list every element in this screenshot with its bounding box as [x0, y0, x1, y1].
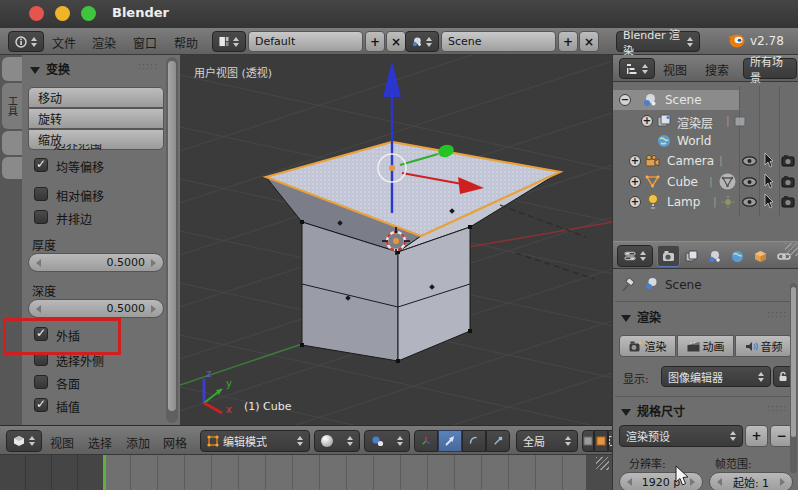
viewport-3d[interactable]	[180, 55, 618, 425]
move-button[interactable]: 移动	[28, 87, 164, 108]
pin-icon[interactable]	[621, 277, 637, 293]
render-engine-dropdown[interactable]: Blender 渲染	[616, 31, 700, 52]
mesh-data-icon[interactable]	[719, 173, 736, 190]
outliner-menu-search[interactable]: 搜索	[705, 61, 729, 78]
menu-mesh[interactable]: 网格	[163, 434, 187, 451]
frame-start-slider[interactable]: 起始: 1	[709, 472, 793, 490]
properties-tab-object[interactable]	[749, 245, 772, 267]
slider-left-arrow-icon[interactable]	[627, 478, 632, 486]
area-resize-corner[interactable]	[785, 243, 798, 256]
shelf-tab[interactable]	[2, 131, 22, 155]
outliner-filter-dropdown[interactable]: 所有场景	[743, 58, 797, 79]
menu-view[interactable]: 视图	[50, 434, 74, 451]
screen-layout-name-field[interactable]: Default	[248, 31, 363, 52]
renderability-camera-icon[interactable]	[781, 195, 796, 208]
expand-icon[interactable]	[641, 115, 653, 127]
display-mode-dropdown[interactable]: 图像编辑器	[661, 366, 771, 387]
edge-rail-checkbox[interactable]	[34, 210, 48, 224]
editor-type-selector-info[interactable]	[8, 31, 44, 52]
menu-render[interactable]: 渲染	[92, 34, 116, 51]
scene-icon-button[interactable]	[405, 31, 439, 52]
area-resize-corner[interactable]	[596, 457, 609, 470]
properties-tab-render[interactable]	[657, 245, 680, 267]
renderability-camera-icon[interactable]	[781, 175, 796, 188]
scale-manipulator-button[interactable]	[486, 430, 510, 452]
interpolate-checkbox[interactable]	[34, 398, 48, 412]
menu-file[interactable]: 文件	[52, 34, 76, 51]
add-preset-button[interactable]: +	[745, 425, 768, 447]
expand-icon[interactable]	[629, 176, 641, 188]
timeline-strip[interactable]	[0, 455, 612, 490]
properties-tab-renderlayers[interactable]	[680, 245, 703, 267]
editor-type-selector-3dview[interactable]	[6, 430, 42, 452]
manipulator-toggle-button[interactable]	[414, 430, 438, 452]
shelf-tab[interactable]	[2, 157, 22, 179]
slider-left-arrow-icon[interactable]	[36, 305, 41, 313]
editor-type-selector-properties[interactable]	[617, 245, 653, 267]
properties-tab-world[interactable]	[726, 245, 749, 267]
visibility-eye-icon[interactable]	[742, 197, 757, 207]
face-select-button[interactable]	[594, 430, 608, 452]
outliner-row-cube[interactable]: Cube |	[613, 172, 798, 192]
outliner-row-camera[interactable]: Camera |	[613, 151, 798, 171]
slider-right-arrow-icon[interactable]	[780, 478, 785, 486]
depth-slider[interactable]: 0.5000	[28, 299, 164, 318]
close-window-button[interactable]	[29, 6, 44, 21]
transform-panel-header[interactable]: 变换	[30, 60, 70, 77]
outliner-row-scene[interactable]: Scene	[613, 90, 739, 110]
individual-checkbox[interactable]	[34, 375, 48, 389]
shelf-tab[interactable]	[2, 57, 22, 81]
properties-tab-scene[interactable]	[703, 245, 726, 267]
selectability-cursor-icon[interactable]	[763, 153, 774, 168]
translate-manipulator-button[interactable]	[438, 430, 462, 452]
panel-grip-icon[interactable]	[767, 309, 787, 319]
menu-add[interactable]: 添加	[126, 434, 150, 451]
render-presets-dropdown[interactable]: 渲染预设	[619, 425, 743, 447]
screen-layout-icon-button[interactable]	[212, 31, 246, 52]
add-scene-button[interactable]: +	[558, 31, 578, 52]
menu-help[interactable]: 帮助	[174, 34, 198, 51]
outliner-menu-view[interactable]: 视图	[663, 61, 687, 78]
orientation-dropdown[interactable]: 全局	[516, 430, 578, 452]
expand-icon[interactable]	[629, 155, 641, 167]
properties-scrollbar[interactable]	[790, 283, 797, 473]
add-layout-button[interactable]: +	[365, 31, 385, 52]
slider-right-arrow-icon[interactable]	[690, 478, 695, 486]
resolution-x-slider[interactable]: 1920 p	[619, 472, 703, 490]
minimize-window-button[interactable]	[55, 6, 70, 21]
rotate-button[interactable]: 旋转	[28, 108, 164, 129]
current-frame-marker[interactable]	[103, 455, 106, 490]
dimensions-panel-header[interactable]: 规格尺寸	[621, 402, 685, 419]
slider-left-arrow-icon[interactable]	[36, 259, 41, 267]
collapse-icon[interactable]	[619, 94, 631, 106]
render-panel-header[interactable]: 渲染	[621, 308, 661, 325]
visibility-eye-icon[interactable]	[742, 177, 757, 187]
relative-offset-checkbox[interactable]	[34, 187, 48, 201]
editor-type-selector-outliner[interactable]	[619, 58, 655, 79]
tool-shelf-scrollbar[interactable]	[166, 57, 178, 423]
delete-scene-button[interactable]: ×	[579, 31, 599, 52]
rotate-manipulator-button[interactable]	[462, 430, 486, 452]
outliner-row-world[interactable]: World	[613, 131, 798, 151]
outliner-row-lamp[interactable]: Lamp |	[613, 192, 798, 212]
audio-button[interactable]: 音频	[735, 335, 792, 357]
panel-grip-icon[interactable]	[767, 403, 787, 413]
panel-grip-icon[interactable]	[138, 61, 158, 71]
scene-name-field[interactable]: Scene	[441, 31, 556, 52]
selectability-cursor-icon[interactable]	[763, 194, 774, 209]
animation-button[interactable]: 动画	[677, 335, 734, 357]
render-button[interactable]: 渲染	[619, 335, 676, 357]
selectability-cursor-icon[interactable]	[763, 174, 774, 189]
slider-right-arrow-icon[interactable]	[151, 305, 156, 313]
slider-right-arrow-icon[interactable]	[151, 259, 156, 267]
timeline-before-range[interactable]	[0, 455, 104, 490]
thickness-slider[interactable]: 0.5000	[28, 253, 164, 272]
shelf-tab-tools[interactable]: 工具	[2, 83, 22, 129]
delete-layout-button[interactable]: ×	[386, 31, 406, 52]
maximize-window-button[interactable]	[81, 6, 96, 21]
visibility-eye-icon[interactable]	[742, 156, 757, 166]
expand-icon[interactable]	[629, 196, 641, 208]
menu-window[interactable]: 窗口	[133, 34, 157, 51]
outliner-row-renderlayers[interactable]: 渲染层 |	[613, 111, 798, 131]
slider-left-arrow-icon[interactable]	[717, 478, 722, 486]
